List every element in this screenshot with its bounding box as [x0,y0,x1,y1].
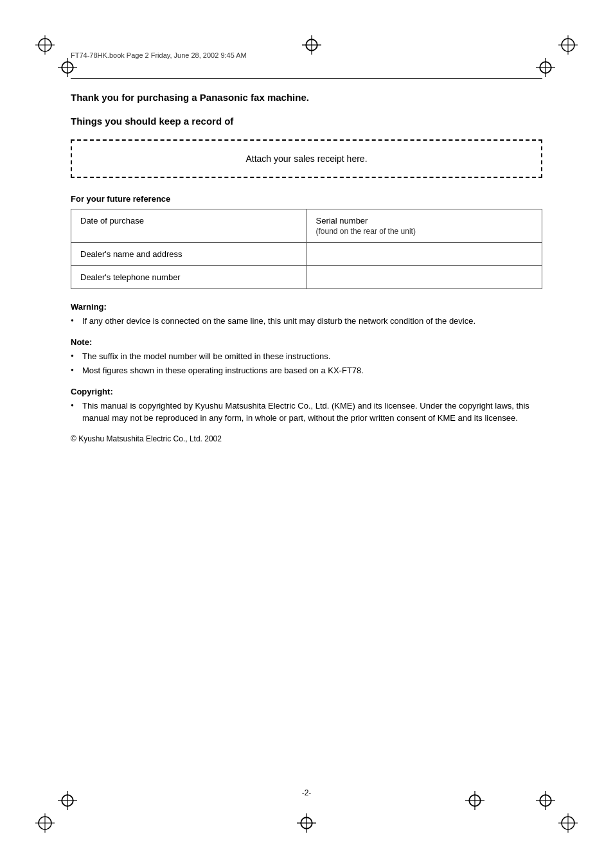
reg-mark-tl [35,35,55,55]
reg-mark-inner-tr [536,58,555,77]
serial-number-cell: Serial number (found on the rear of the … [306,209,542,243]
dealers-name-label: Dealer's name and address [80,249,182,259]
serial-number-sub: (found on the rear of the unit) [316,227,533,236]
warning-list: If any other device is connected on the … [71,315,542,328]
date-of-purchase-label: Date of purchase [80,216,144,226]
reg-mark-br [558,813,578,833]
reg-mark-bottom-center [297,813,316,833]
warning-heading: Warning: [71,302,542,312]
list-item: Most figures shown in these operating in… [71,364,542,377]
section-title: Things you should keep a record of [71,116,542,127]
reg-mark-inner-bl [58,791,77,810]
table-row: Dealer's name and address [71,243,542,266]
dealers-phone-label: Dealer's telephone number [80,272,181,282]
date-of-purchase-cell: Date of purchase [71,209,307,243]
reg-mark-tr [558,35,578,55]
reg-mark-inner-br [536,791,555,810]
reg-mark-bottom-right [465,791,484,810]
list-item: This manual is copyrighted by Kyushu Mat… [71,400,542,425]
list-item: If any other device is connected on the … [71,315,542,328]
reference-table: Date of purchase Serial number (found on… [71,209,542,289]
reg-mark-bl [35,813,55,833]
reg-mark-top-center [302,35,321,55]
list-item: The suffix in the model number will be o… [71,350,542,363]
for-reference-heading: For your future reference [71,194,542,204]
table-row: Dealer's telephone number [71,266,542,289]
receipt-box: Attach your sales receipt here. [71,139,542,178]
main-title: Thank you for purchasing a Panasonic fax… [71,92,542,103]
note-heading: Note: [71,337,542,347]
page-number: -2- [302,788,312,797]
copyright-heading: Copyright: [71,387,542,396]
table-row: Date of purchase Serial number (found on… [71,209,542,243]
copyright-line: © Kyushu Matsushita Electric Co., Ltd. 2… [71,434,542,443]
dealers-name-right-cell [306,243,542,266]
reg-mark-inner-tl [58,58,77,77]
dealers-phone-cell: Dealer's telephone number [71,266,307,289]
copyright-list: This manual is copyrighted by Kyushu Mat… [71,400,542,425]
file-info: FT74-78HK.book Page 2 Friday, June 28, 2… [71,51,247,59]
dealers-name-cell: Dealer's name and address [71,243,307,266]
dealers-phone-right-cell [306,266,542,289]
page: FT74-78HK.book Page 2 Friday, June 28, 2… [0,0,613,868]
note-list: The suffix in the model number will be o… [71,350,542,377]
receipt-text: Attach your sales receipt here. [245,154,367,164]
top-divider [71,78,542,79]
serial-number-label: Serial number [316,216,533,226]
